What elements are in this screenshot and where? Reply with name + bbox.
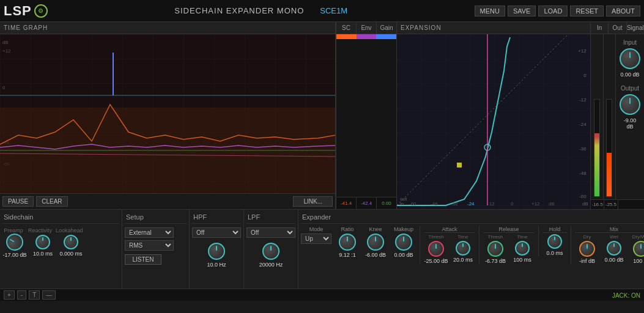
lpf-knob[interactable] (262, 243, 279, 260)
attack-group-label: Attack (424, 226, 475, 233)
something-button[interactable]: — (42, 290, 56, 300)
sidechain-labels: Preamp Reactivity Lookahead (2, 227, 119, 234)
sc-value: -41.4 (336, 197, 357, 209)
load-button[interactable]: LOAD (538, 6, 568, 17)
in-meter-bar (594, 99, 600, 197)
gain-value: 0.00 (377, 197, 396, 209)
attack-time-knob[interactable] (456, 241, 470, 256)
mix-group: Mix Dry -inf dB Wet 0.00 dB Dry/Wet (571, 226, 644, 264)
add-button[interactable]: + (4, 290, 15, 300)
hold-group: Hold 0.0 ms (538, 226, 567, 256)
input-value: 0.00 dB (620, 72, 639, 78)
svg-text:dB: dB (2, 40, 9, 45)
hpf-value: 10.0 Hz (207, 262, 226, 268)
release-thresh-value: -6.73 dB (485, 258, 506, 264)
time-graph-header: TIME GRAPH (0, 22, 335, 34)
listen-button[interactable]: LISTEN (125, 254, 161, 265)
setup-title: Setup (125, 212, 187, 224)
release-thresh-knob[interactable] (487, 241, 503, 257)
link-button[interactable]: LINK... (293, 196, 333, 207)
right-panel-header: In Out Signal (591, 22, 644, 34)
release-sub-controls: Thresh -6.73 dB Time 100 ms (483, 234, 535, 264)
dry-knob[interactable] (579, 241, 595, 257)
text-mode-button[interactable]: T (29, 290, 40, 300)
release-group-label: Release (483, 226, 535, 233)
bottom-bar: + - T — JACK: ON (0, 289, 644, 301)
sc-color-bar (336, 34, 357, 39)
svg-text:-60: -60 (579, 194, 587, 199)
logo-text: LSP (4, 3, 32, 19)
reactivity-group: 10.0 ms (31, 235, 55, 257)
release-group: Release Thresh -6.73 dB Time 100 ms (479, 226, 535, 264)
in-meters (591, 34, 604, 199)
time-graph-canvas: dB +12 0 -48 -60 s 4.5 4 (0, 34, 335, 193)
in-label: In (591, 22, 609, 34)
mode-label: Mode (309, 226, 324, 232)
in-meter-value: -16.5 (591, 200, 604, 209)
dry-wet-knob[interactable] (633, 241, 644, 257)
env-col-label: Env (357, 22, 377, 34)
release-thresh-label: Thresh (488, 234, 503, 240)
preamp-knob[interactable] (3, 230, 26, 254)
hold-group-label: Hold (542, 226, 567, 233)
input-label: Input (623, 39, 637, 46)
dry-wet-group: Dry/Wet 100 % (629, 234, 644, 264)
hold-knob-group: 0.0 ms (542, 234, 567, 256)
rms-select[interactable]: RMS Peak (125, 240, 174, 251)
output-label: Output (621, 85, 639, 92)
release-time-label: Time (517, 234, 527, 240)
hpf-knob[interactable] (208, 243, 225, 260)
remove-button[interactable]: - (17, 290, 26, 300)
dry-value: -inf dB (579, 258, 595, 264)
pause-button[interactable]: PAUSE (2, 196, 34, 207)
attack-thresh-knob[interactable] (428, 241, 444, 257)
expansion-panel: EXPANSION +12 0 (397, 22, 590, 209)
save-button[interactable]: SAVE (508, 6, 536, 17)
release-time-knob[interactable] (515, 241, 530, 256)
makeup-knob[interactable] (395, 234, 412, 251)
expander-header: Expander (301, 212, 644, 224)
hold-knob[interactable] (547, 234, 562, 249)
logo: LSP ⚙ (4, 3, 48, 19)
time-graph-svg: dB +12 0 -48 -60 s 4.5 4 (0, 34, 335, 193)
output-value: -9.00 dB (620, 117, 640, 130)
header-buttons: MENU SAVE LOAD RESET ABOUT (475, 6, 640, 17)
meter-bottom-values: -16.5 -25.5 (591, 199, 644, 209)
mode-select[interactable]: External Internal (125, 227, 174, 238)
reactivity-knob[interactable] (35, 235, 50, 249)
lpf-title: LPF (246, 212, 295, 224)
output-knob[interactable] (620, 94, 640, 115)
menu-button[interactable]: MENU (475, 6, 505, 17)
expansion-title: EXPANSION (401, 24, 442, 31)
svg-text:-12: -12 (579, 97, 587, 103)
lookahead-knob[interactable] (64, 235, 78, 249)
svg-text:0: 0 (2, 85, 6, 90)
reactivity-col-label: Reactivity (28, 227, 52, 234)
graph-control-buttons: PAUSE CLEAR (2, 196, 68, 207)
mix-sub-controls: Dry -inf dB Wet 0.00 dB Dry/Wet 100 % (575, 234, 644, 264)
env-color-bar (357, 34, 377, 39)
input-knob[interactable] (620, 48, 640, 69)
reactivity-value: 10.0 ms (33, 251, 53, 257)
dry-label: Dry (583, 234, 591, 240)
expander-mode-select[interactable]: Up Down (301, 234, 331, 244)
ratio-knob[interactable] (339, 234, 356, 251)
about-button[interactable]: ABOUT (606, 6, 640, 17)
env-value: -42.4 (357, 197, 377, 209)
gain-color-bar (376, 34, 396, 39)
svg-text:dB: dB (549, 201, 555, 207)
clear-button[interactable]: CLEAR (36, 196, 67, 207)
lpf-select[interactable]: Off (246, 227, 295, 238)
ratio-group: Ratio 9.12 :1 (335, 226, 360, 258)
wet-knob[interactable] (607, 241, 621, 256)
sc-env-gain-panel: SC Env Gain -41.4 -42.4 0.00 (336, 22, 397, 209)
hpf-select[interactable]: Off (192, 227, 241, 238)
lpf-section: LPF Off 20000 Hz (244, 210, 298, 289)
knee-knob[interactable] (367, 234, 384, 251)
knee-label: Knee (369, 226, 382, 232)
attack-time-label: Time (457, 234, 468, 240)
signal-meter-spacer (618, 200, 645, 209)
reset-button[interactable]: RESET (570, 6, 604, 17)
logo-icon: ⚙ (34, 4, 48, 18)
preamp-group: -17.00 dB (2, 234, 27, 258)
